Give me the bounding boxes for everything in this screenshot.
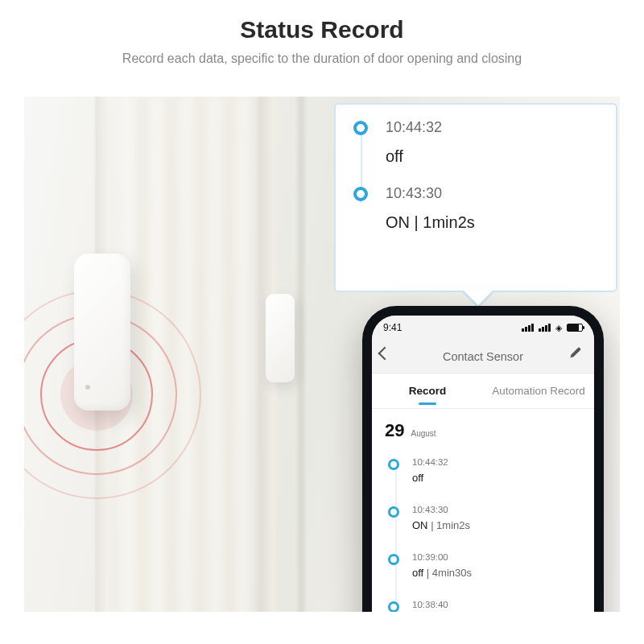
signal-icon [539,324,551,332]
wifi-icon: ◈ [555,323,562,333]
log-time: 10:43:30 [412,505,470,514]
timeline-dot-icon [388,459,399,470]
back-icon[interactable] [378,347,392,361]
callout-item: 10:43:30 ON | 1min2s [353,185,605,232]
page-subtitle: Record each data, specific to the durati… [32,52,612,66]
record-callout: 10:44:32 off 10:43:30 ON | 1min2s [334,103,617,292]
callout-time: 10:44:32 [386,119,442,136]
phone-statusbar: 9:41 ◈ [372,316,594,340]
timeline-dot-icon [353,121,368,135]
tab-record[interactable]: Record [372,374,483,408]
callout-state: ON | 1min2s [386,213,475,232]
callout-item: 10:44:32 off [353,119,605,166]
tabs: Record Automation Record [372,374,594,409]
log-time: 10:44:32 [412,457,448,467]
phone-mockup: 9:41 ◈ Contact Sensor Record Automation … [362,306,604,612]
door-sensor-main [74,254,130,411]
record-log: 10:44:32 off 10:43:30 ON | 1min2s 10:39:… [372,446,594,612]
page-title: Status Record [32,16,612,43]
log-item[interactable]: 10:43:30 ON | 1min2s [388,497,594,544]
log-item[interactable]: 10:38:40 ON | 20s [388,592,594,612]
door-sensor-magnet [266,294,295,382]
app-bar: Contact Sensor [372,340,594,374]
page-header: Status Record Record each data, specific… [0,0,644,80]
product-scene: 10:44:32 off 10:43:30 ON | 1min2s 9:41 ◈ [24,97,620,612]
callout-state: off [386,147,442,166]
tab-automation-record[interactable]: Automation Record [483,374,594,408]
log-time: 10:38:40 [412,600,453,609]
battery-icon [567,324,583,332]
signal-icon [522,324,534,332]
timeline-dot-icon [388,506,399,518]
edit-icon[interactable] [571,347,587,363]
door-gap [298,97,304,612]
timeline-dot-icon [353,187,368,201]
curtain-backdrop [121,97,250,612]
log-time: 10:39:00 [412,552,472,562]
timeline-dot-icon [388,554,399,565]
log-item[interactable]: 10:44:32 off [388,449,594,497]
statusbar-time: 9:41 [383,322,402,333]
date-header: 29 August [372,409,594,446]
app-bar-title: Contact Sensor [443,350,523,363]
log-state: off [412,472,448,484]
log-item[interactable]: 10:39:00 off | 4min30s [388,544,594,592]
log-state: ON | 1min2s [412,519,470,531]
callout-time: 10:43:30 [386,185,475,202]
date-month: August [411,429,436,438]
timeline-dot-icon [388,601,399,612]
date-day: 29 [385,420,404,441]
log-state: off | 4min30s [412,567,472,579]
